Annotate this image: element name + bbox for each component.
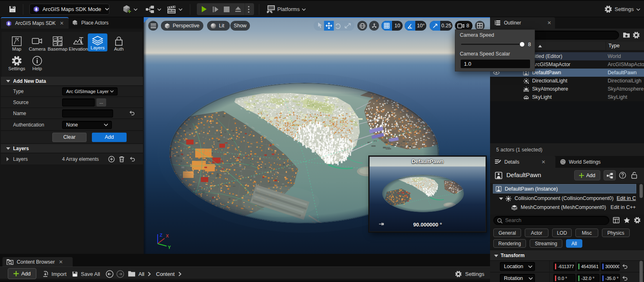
svg-text:X: X xyxy=(166,233,169,238)
svg-text:Y: Y xyxy=(168,245,171,250)
svg-text:Z: Z xyxy=(160,233,163,238)
